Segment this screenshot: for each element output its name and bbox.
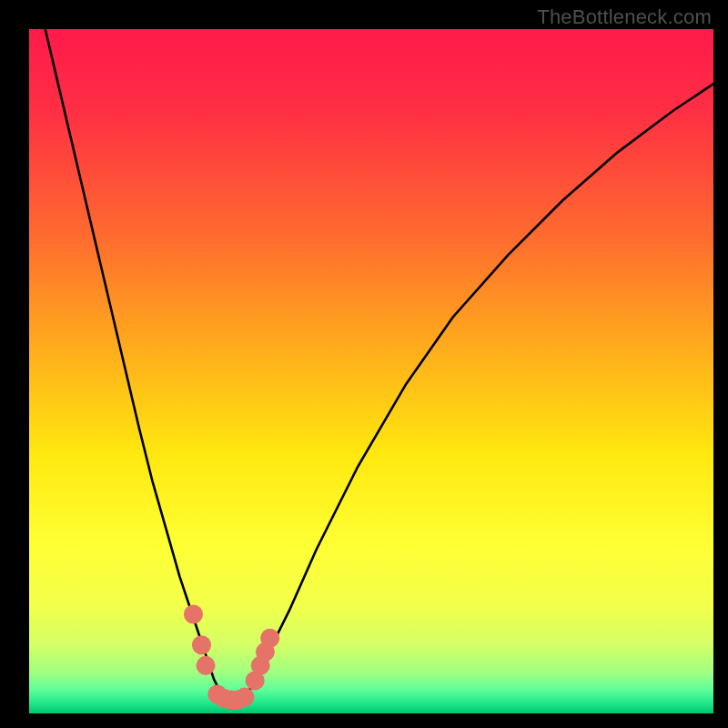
marker-point bbox=[184, 604, 203, 623]
chart-svg bbox=[29, 29, 713, 713]
marker-point bbox=[260, 629, 279, 648]
plot-area bbox=[29, 29, 713, 713]
chart-frame: TheBottleneck.com bbox=[0, 0, 728, 728]
watermark-text: TheBottleneck.com bbox=[537, 5, 712, 29]
gradient-background bbox=[29, 29, 713, 713]
marker-point bbox=[235, 687, 254, 706]
marker-point bbox=[196, 656, 215, 675]
marker-point bbox=[192, 635, 211, 654]
